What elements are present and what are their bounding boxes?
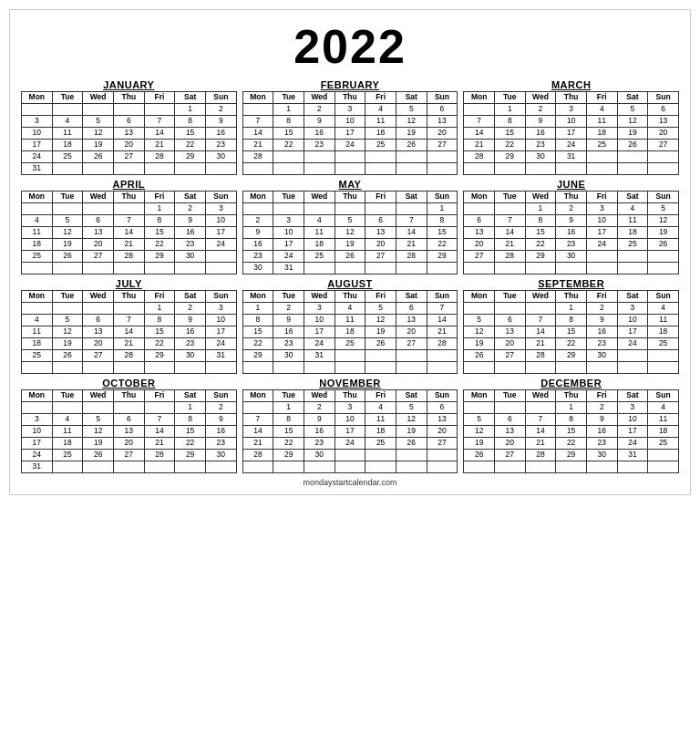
day-cell: 26 xyxy=(83,151,114,163)
day-cell: 2 xyxy=(273,303,304,315)
day-cell: 23 xyxy=(556,239,587,251)
day-cell: 20 xyxy=(648,128,679,140)
day-cell: 23 xyxy=(205,438,236,450)
day-header: Sat xyxy=(617,291,648,303)
day-cell: 25 xyxy=(22,350,53,362)
day-cell: 21 xyxy=(525,438,556,450)
day-cell xyxy=(304,461,335,473)
day-header: Mon xyxy=(22,291,53,303)
day-header: Mon xyxy=(22,390,53,402)
day-cell xyxy=(365,450,396,461)
table-row: 21222324252627 xyxy=(242,438,458,450)
day-header: Tue xyxy=(494,92,525,104)
day-cell: 2 xyxy=(586,303,617,315)
day-cell: 24 xyxy=(22,151,53,163)
day-header: Sat xyxy=(617,92,648,104)
day-cell: 28 xyxy=(242,151,273,163)
month-table: MonTueWedThuFriSatSun1234567891011121314… xyxy=(463,191,679,275)
day-cell: 29 xyxy=(556,450,587,461)
day-cell xyxy=(464,104,495,116)
day-cell: 26 xyxy=(464,350,495,362)
day-cell: 12 xyxy=(83,128,114,140)
day-cell xyxy=(396,151,427,163)
day-header: Wed xyxy=(525,92,556,104)
month-table: MonTueWedThuFriSatSun1234567891011121314… xyxy=(242,290,458,374)
day-cell: 14 xyxy=(396,227,427,239)
day-cell: 3 xyxy=(273,215,304,227)
table-row xyxy=(464,163,679,175)
day-cell: 8 xyxy=(175,116,206,128)
day-header: Sun xyxy=(205,92,236,104)
day-cell: 12 xyxy=(396,116,427,128)
day-cell xyxy=(83,104,114,116)
day-cell xyxy=(335,163,365,175)
day-cell: 7 xyxy=(525,414,556,426)
day-cell: 1 xyxy=(175,402,206,414)
day-cell xyxy=(52,402,83,414)
day-cell xyxy=(22,203,53,215)
day-cell: 5 xyxy=(648,203,679,215)
day-cell: 28 xyxy=(242,450,273,461)
day-header: Fri xyxy=(586,192,617,203)
month-block-august: AUGUSTMonTueWedThuFriSatSun1234567891011… xyxy=(242,278,458,374)
table-row: 31 xyxy=(22,461,237,473)
day-header: Fri xyxy=(144,390,175,402)
day-cell: 18 xyxy=(648,326,679,338)
day-cell: 29 xyxy=(144,350,175,362)
month-title: OCTOBER xyxy=(21,378,237,389)
day-cell: 23 xyxy=(242,251,273,263)
day-cell: 25 xyxy=(52,450,83,461)
day-cell: 21 xyxy=(113,338,144,350)
day-cell: 15 xyxy=(273,128,304,140)
day-cell: 19 xyxy=(617,128,648,140)
day-cell: 6 xyxy=(427,402,458,414)
table-row: 21222324252627 xyxy=(242,140,458,151)
day-cell: 29 xyxy=(525,251,556,263)
day-cell: 9 xyxy=(175,215,206,227)
day-cell xyxy=(617,151,648,163)
day-cell: 24 xyxy=(22,450,53,461)
day-cell: 29 xyxy=(494,151,525,163)
day-cell: 5 xyxy=(396,402,427,414)
day-cell: 30 xyxy=(205,450,236,461)
day-cell xyxy=(83,203,114,215)
month-block-september: SEPTEMBERMonTueWedThuFriSatSun1234567891… xyxy=(463,278,679,374)
day-cell: 30 xyxy=(175,251,206,263)
day-cell xyxy=(52,362,83,374)
day-cell xyxy=(335,203,365,215)
day-cell: 17 xyxy=(335,128,365,140)
table-row xyxy=(242,163,458,175)
day-cell: 22 xyxy=(427,239,458,251)
day-cell: 18 xyxy=(52,140,83,151)
day-cell xyxy=(52,303,83,315)
day-cell: 15 xyxy=(556,426,587,438)
day-cell: 14 xyxy=(242,128,273,140)
day-cell: 3 xyxy=(22,116,53,128)
day-cell: 9 xyxy=(242,227,273,239)
day-cell: 23 xyxy=(586,338,617,350)
day-cell: 9 xyxy=(556,215,587,227)
day-cell: 18 xyxy=(586,128,617,140)
day-cell: 4 xyxy=(648,402,679,414)
day-cell: 23 xyxy=(205,140,236,151)
day-cell: 23 xyxy=(304,140,335,151)
day-cell xyxy=(494,303,525,315)
day-cell: 2 xyxy=(175,203,206,215)
day-cell: 17 xyxy=(22,438,53,450)
day-cell: 12 xyxy=(52,326,83,338)
day-cell: 7 xyxy=(144,414,175,426)
day-cell: 1 xyxy=(494,104,525,116)
day-cell: 20 xyxy=(396,326,427,338)
day-cell: 11 xyxy=(365,116,396,128)
month-table: MonTueWedThuFriSatSun1234567891011121314… xyxy=(21,191,237,275)
day-cell: 9 xyxy=(304,414,335,426)
table-row: 3031 xyxy=(242,263,458,275)
day-cell xyxy=(335,151,365,163)
day-cell: 24 xyxy=(335,438,365,450)
day-cell: 31 xyxy=(22,163,53,175)
day-cell xyxy=(144,402,175,414)
day-cell: 9 xyxy=(175,315,206,326)
month-block-june: JUNEMonTueWedThuFriSatSun123456789101112… xyxy=(463,179,679,275)
table-row: 22232425262728 xyxy=(242,338,458,350)
day-cell xyxy=(83,303,114,315)
